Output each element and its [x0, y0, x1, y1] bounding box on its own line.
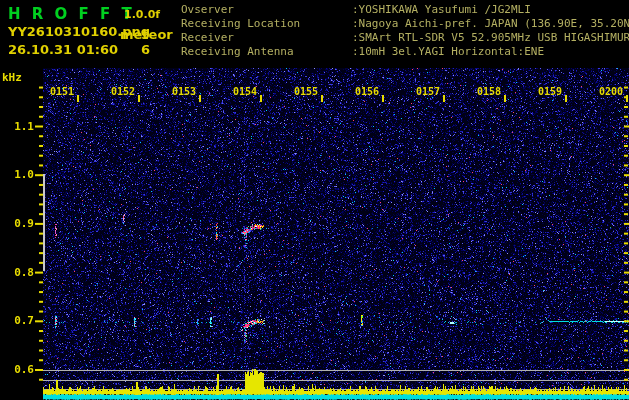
app-version: 1.0.0f: [124, 8, 160, 21]
time-tick-label: 0151: [47, 86, 77, 97]
freq-tick-label: 0.6: [11, 363, 34, 376]
freq-tick-label: 0.8: [11, 266, 34, 279]
freq-axis-unit: kHz: [2, 71, 22, 84]
station-label: Receiving Location: [181, 17, 352, 31]
freq-tick-label: 0.7: [11, 314, 34, 327]
station-row-receiver: Receiver:SMArt RTL-SDR V5 52.905MHz USB …: [181, 31, 629, 45]
freq-tick-label: 1.1: [11, 120, 34, 133]
station-row-location: Receiving Location:Nagoya Aichi-pref. JA…: [181, 17, 629, 31]
station-value: :10mH 3el.YAGI Horizontal:ENE: [352, 45, 544, 58]
station-value: :YOSHIKAWA Yasufumi /JG2MLI: [352, 3, 531, 16]
time-tick-label: 0156: [352, 86, 382, 97]
time-tick-label: 0158: [474, 86, 504, 97]
time-tick-label: 0155: [291, 86, 321, 97]
station-row-observer: Ovserver:YOSHIKAWA Yasufumi /JG2MLI: [181, 3, 629, 17]
station-label: Receiving Antenna: [181, 45, 352, 59]
freq-tick-label: 0.9: [11, 217, 34, 230]
station-value: :SMArt RTL-SDR V5 52.905MHz USB HIGASHIM…: [352, 31, 629, 44]
station-value: :Nagoya Aichi-pref. JAPAN (136.90E, 35.2…: [352, 17, 629, 30]
time-tick-label: 0152: [108, 86, 138, 97]
spectrogram-canvas: [0, 0, 629, 400]
meteor-count: 6: [141, 42, 150, 57]
station-label: Receiver: [181, 31, 352, 45]
time-tick-label: 0159: [535, 86, 565, 97]
station-row-antenna: Receiving Antenna:10mH 3el.YAGI Horizont…: [181, 45, 629, 59]
time-tick-label: 0157: [413, 86, 443, 97]
freq-tick-label: 1.0: [11, 168, 34, 181]
app-title: H R O F F T: [8, 5, 135, 23]
station-label: Ovserver: [181, 3, 352, 17]
station-info: Ovserver:YOSHIKAWA Yasufumi /JG2MLI Rece…: [181, 3, 629, 59]
hrofft-window: H R O F F T 1.0.0f YY2610310160.png mete…: [0, 0, 629, 400]
time-tick-label: 0200: [596, 86, 626, 97]
datetime-label: 26.10.31 01:60: [8, 42, 118, 57]
mode-label: meteor: [120, 27, 173, 42]
time-tick-label: 0154: [230, 86, 260, 97]
time-tick-label: 0153: [169, 86, 199, 97]
